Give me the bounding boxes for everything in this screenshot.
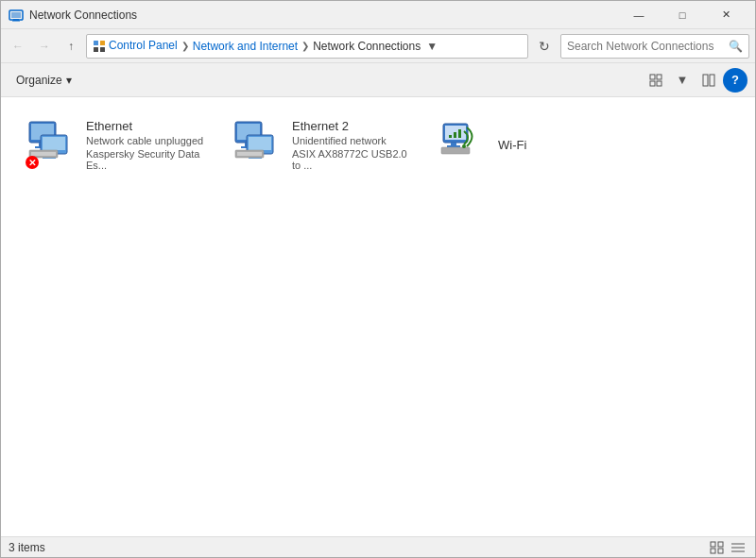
up-button[interactable]: ↑ <box>60 35 82 58</box>
svg-rect-10 <box>650 81 655 86</box>
view-dropdown-button[interactable]: ▼ <box>670 68 695 93</box>
breadcrumb: Control Panel ❯ Network and Internet ❯ N… <box>86 34 528 59</box>
status-items-count: 3 items <box>9 541 45 554</box>
svg-rect-12 <box>703 75 708 86</box>
window-title: Network Connections <box>29 8 617 22</box>
svg-rect-37 <box>447 145 460 147</box>
title-bar: Network Connections — □ ✕ <box>1 1 755 29</box>
svg-rect-29 <box>249 137 271 150</box>
ethernet2-computer-icon <box>230 118 279 167</box>
close-button[interactable]: ✕ <box>704 1 747 29</box>
search-input[interactable] <box>567 40 725 53</box>
status-bar: 3 items <box>1 536 755 557</box>
ethernet2-name: Ethernet 2 <box>292 119 413 133</box>
window-icon <box>9 8 24 23</box>
ethernet-info: Ethernet Network cable unplugged Kaspers… <box>86 119 207 171</box>
wifi-icon-wrapper <box>436 118 489 171</box>
svg-rect-39 <box>449 135 452 138</box>
organize-button[interactable]: Organize ▾ <box>9 68 79 93</box>
ethernet2-status: Unidentified network <box>292 135 413 146</box>
breadcrumb-sep-1: ❯ <box>180 41 191 51</box>
network-item-ethernet2[interactable]: Ethernet 2 Unidentified network ASIX AX8… <box>222 112 421 188</box>
ethernet-adapter: Kaspersky Security Data Es... <box>86 148 207 171</box>
forward-button[interactable]: → <box>33 35 56 58</box>
view-settings-button[interactable] <box>644 68 668 93</box>
network-item-wifi-inner: Wi-Fi <box>436 118 619 171</box>
status-view-icons <box>708 539 747 556</box>
breadcrumb-network-internet[interactable]: Network and Internet <box>193 40 298 53</box>
search-box[interactable]: 🔍 <box>560 34 749 59</box>
breadcrumb-control-panel[interactable]: Control Panel <box>93 39 178 53</box>
refresh-button[interactable]: ↻ <box>532 34 557 59</box>
view-pane-button[interactable] <box>696 68 721 93</box>
svg-rect-33 <box>237 152 262 156</box>
svg-rect-19 <box>43 137 65 150</box>
network-item-ethernet[interactable]: ✕ Ethernet Network cable unplugged Kaspe… <box>16 112 215 188</box>
svg-rect-38 <box>441 147 470 154</box>
network-item-ethernet-inner: ✕ Ethernet Network cable unplugged Kaspe… <box>24 118 207 171</box>
status-list-button[interactable] <box>729 539 747 556</box>
svg-rect-23 <box>31 152 56 156</box>
svg-rect-1 <box>11 12 21 18</box>
breadcrumb-current: Network Connections <box>313 40 421 53</box>
window-controls: — □ ✕ <box>617 1 747 29</box>
network-item-ethernet2-inner: Ethernet 2 Unidentified network ASIX AX8… <box>230 118 413 171</box>
ethernet2-info: Ethernet 2 Unidentified network ASIX AX8… <box>292 119 413 171</box>
svg-rect-44 <box>718 542 723 547</box>
svg-rect-40 <box>454 132 456 138</box>
svg-point-42 <box>462 144 466 148</box>
network-item-wifi[interactable]: Wi-Fi <box>428 112 627 188</box>
wifi-name: Wi-Fi <box>498 138 526 152</box>
svg-rect-46 <box>718 549 723 553</box>
svg-rect-5 <box>100 41 105 45</box>
wifi-icon <box>436 118 485 167</box>
toolbar: Organize ▾ ▼ ? <box>1 63 755 97</box>
svg-rect-7 <box>100 47 105 52</box>
ethernet2-adapter: ASIX AX88772C USB2.0 to ... <box>292 148 413 171</box>
ethernet-icon-wrapper: ✕ <box>24 118 77 171</box>
svg-rect-8 <box>650 75 655 79</box>
wifi-info: Wi-Fi <box>498 138 526 152</box>
svg-rect-43 <box>711 542 715 547</box>
search-icon: 🔍 <box>729 40 743 53</box>
svg-rect-13 <box>710 75 714 86</box>
svg-rect-11 <box>657 81 662 86</box>
address-bar: ← → ↑ Control Panel ❯ Network and Intern… <box>1 29 755 63</box>
help-button[interactable]: ? <box>723 68 747 93</box>
status-large-icons-button[interactable] <box>708 539 727 556</box>
svg-rect-41 <box>458 129 461 138</box>
svg-rect-4 <box>94 41 98 45</box>
breadcrumb-sep-2: ❯ <box>300 41 311 51</box>
main-content: ✕ Ethernet Network cable unplugged Kaspe… <box>1 97 755 536</box>
maximize-button[interactable]: □ <box>661 1 704 29</box>
organize-label: Organize <box>16 74 62 87</box>
back-button[interactable]: ← <box>7 35 29 58</box>
minimize-button[interactable]: — <box>617 1 661 29</box>
svg-rect-45 <box>711 549 715 553</box>
ethernet-error-badge: ✕ <box>26 156 39 169</box>
ethernet2-icon-wrapper <box>230 118 283 171</box>
svg-rect-9 <box>657 75 662 79</box>
organize-arrow: ▾ <box>66 74 72 87</box>
svg-rect-36 <box>451 143 456 145</box>
breadcrumb-dropdown-button[interactable]: ▼ <box>422 34 441 59</box>
view-controls: ▼ ? <box>644 68 747 93</box>
ethernet-name: Ethernet <box>86 119 207 133</box>
svg-rect-6 <box>94 47 98 52</box>
ethernet-status: Network cable unplugged <box>86 135 207 146</box>
